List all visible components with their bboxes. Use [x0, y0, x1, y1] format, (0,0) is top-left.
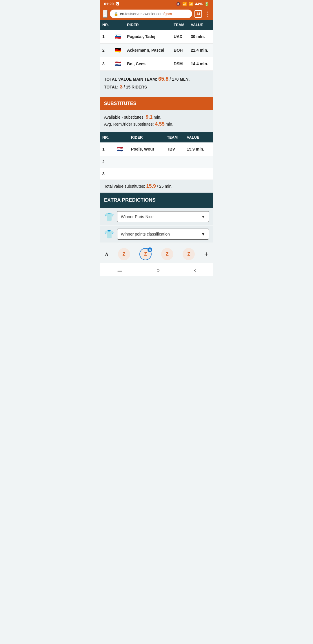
row-flag: 🇳🇱	[112, 57, 125, 71]
url-text: en.testserver.zweeler.com/gam	[120, 12, 172, 16]
available-section: Available - substitutes: 9.1 mln. Avg. R…	[100, 110, 213, 132]
nav-tab-3[interactable]: Z	[161, 248, 173, 260]
total-number: 3	[120, 84, 123, 90]
system-back-button[interactable]: ‹	[194, 267, 196, 274]
tab-count[interactable]: 14	[194, 10, 202, 18]
row-team: TBV	[165, 142, 184, 156]
status-left: 01:20 🖼	[104, 2, 119, 6]
row-value	[185, 156, 213, 168]
green-jersey-icon: 👕	[104, 229, 114, 239]
total-substitutes-row: Total value substitutes: 15.9 / 25 mln.	[100, 180, 213, 193]
available-label: Available - substitutes:	[104, 115, 146, 120]
row-nr: 2	[100, 156, 114, 168]
col-nr: NR.	[100, 20, 112, 30]
wifi-icon: 📶	[182, 2, 187, 6]
battery: 44%	[195, 2, 203, 6]
total-subs-suffix: / 25 mln.	[157, 184, 173, 189]
row-nr: 1	[100, 142, 114, 156]
total-suffix: / 15 RIDERS	[124, 85, 147, 89]
menu-button[interactable]: ⋮	[204, 10, 210, 17]
system-recent-button[interactable]: ☰	[117, 267, 122, 274]
system-nav: ☰ ○ ‹	[100, 263, 213, 276]
total-value-text: TOTAL VALUE MAIN TEAM: 65.8 / 170 MLN.	[104, 76, 209, 82]
col-nr: NR.	[100, 132, 114, 142]
prediction-value-1: Winner Paris-Nice	[121, 214, 154, 219]
col-team: TEAM	[165, 132, 184, 142]
col-value: VALUE	[188, 20, 213, 30]
chevron-down-icon: ▼	[201, 214, 205, 219]
available-suffix: mln.	[154, 115, 161, 120]
total-riders-text: TOTAL: 3 / 15 RIDERS	[104, 84, 209, 90]
col-rider: RIDER	[129, 132, 165, 142]
row-rider	[129, 168, 165, 180]
bottom-nav: ∧ Z Z ✕ Z Z +	[100, 245, 213, 263]
row-rider: Pogačar, Tadej	[125, 30, 171, 44]
table-row: 2	[100, 156, 213, 168]
col-rider: RIDER	[125, 20, 171, 30]
row-team	[165, 168, 184, 180]
prediction-value-2: Winner points classification	[121, 232, 170, 236]
tab-label: Z	[166, 252, 169, 257]
row-nr: 2	[100, 44, 112, 57]
table-row: 3	[100, 168, 213, 180]
total-value-number: 65.8	[158, 76, 168, 82]
extra-predictions-header: EXTRA PREDICTIONS	[100, 193, 213, 208]
image-icon: 🖼	[115, 2, 119, 6]
close-badge[interactable]: ✕	[148, 247, 152, 252]
system-home-button[interactable]: ○	[156, 267, 160, 274]
substitutes-header: SUBSTITUTES	[100, 97, 213, 110]
col-team: TEAM	[171, 20, 188, 30]
url-bar[interactable]: 🔒 en.testserver.zweeler.com/gam	[110, 10, 192, 18]
row-team	[165, 156, 184, 168]
total-value-label: TOTAL VALUE MAIN TEAM:	[104, 77, 157, 82]
total-subs-label: Total value substitutes:	[104, 184, 146, 189]
nav-tab-2-active[interactable]: Z ✕	[139, 248, 152, 260]
total-value-suffix: / 170 MLN.	[170, 77, 190, 82]
main-riders-table: NR. RIDER TEAM VALUE 1 🇸🇮 Pogačar, Tadej…	[100, 20, 213, 71]
lock-icon: 🔒	[114, 12, 118, 16]
available-number: 9.1	[146, 114, 153, 120]
row-flag: 🇸🇮	[112, 30, 125, 44]
main-table-header: NR. RIDER TEAM VALUE	[100, 20, 213, 30]
col-value: VALUE	[185, 132, 213, 142]
battery-icon: 🔋	[204, 2, 209, 6]
table-row: 1 🇸🇮 Pogačar, Tadej UAD 30 mln.	[100, 30, 213, 44]
col-flag	[114, 132, 129, 142]
home-button[interactable]: ⌂	[103, 10, 108, 18]
new-tab-button[interactable]: +	[204, 250, 208, 258]
mute-icon: 🔇	[176, 2, 181, 6]
total-subs-number: 15.9	[146, 183, 156, 189]
row-team: DSM	[171, 57, 188, 71]
nav-tab-1[interactable]: Z	[118, 248, 130, 260]
table-row: 2 🇩🇪 Ackermann, Pascal BOH 21.4 mln.	[100, 44, 213, 57]
avg-suffix: mln.	[166, 122, 173, 126]
row-team: BOH	[171, 44, 188, 57]
summary-section: TOTAL VALUE MAIN TEAM: 65.8 / 170 MLN. T…	[100, 71, 213, 97]
nav-back-button[interactable]: ∧	[105, 251, 108, 257]
avg-label: Avg. Rem./rider substitutes:	[104, 122, 155, 126]
row-nr: 3	[100, 57, 112, 71]
row-team: UAD	[171, 30, 188, 44]
prediction-row-1: 👕 Winner Paris-Nice ▼	[100, 208, 213, 225]
row-value: 14.4 mln.	[188, 57, 213, 71]
row-rider: Poels, Wout	[129, 142, 165, 156]
tab-label: Z	[187, 252, 190, 257]
row-rider: Ackermann, Pascal	[125, 44, 171, 57]
tab-label: Z	[123, 252, 125, 257]
prediction-row-2: 👕 Winner points classification ▼	[100, 226, 213, 243]
chevron-down-icon: ▼	[201, 232, 205, 236]
row-flag	[114, 156, 129, 168]
prediction-select-1[interactable]: Winner Paris-Nice ▼	[117, 211, 209, 222]
col-flag	[112, 20, 125, 30]
main-table-body: 1 🇸🇮 Pogačar, Tadej UAD 30 mln. 2 🇩🇪 Ack…	[100, 30, 213, 71]
table-row: 1 🇳🇱 Poels, Wout TBV 15.9 mln.	[100, 142, 213, 156]
avg-text: Avg. Rem./rider substitutes: 4.55 mln.	[104, 121, 209, 127]
subs-table-body: 1 🇳🇱 Poels, Wout TBV 15.9 mln. 2 3	[100, 142, 213, 180]
tab-label: Z	[144, 252, 147, 257]
row-value: 15.9 mln.	[185, 142, 213, 156]
row-value: 21.4 mln.	[188, 44, 213, 57]
available-text: Available - substitutes: 9.1 mln.	[104, 114, 209, 120]
prediction-select-2[interactable]: Winner points classification ▼	[117, 229, 209, 240]
nav-tab-4[interactable]: Z	[183, 248, 195, 260]
time: 01:20	[104, 2, 114, 6]
